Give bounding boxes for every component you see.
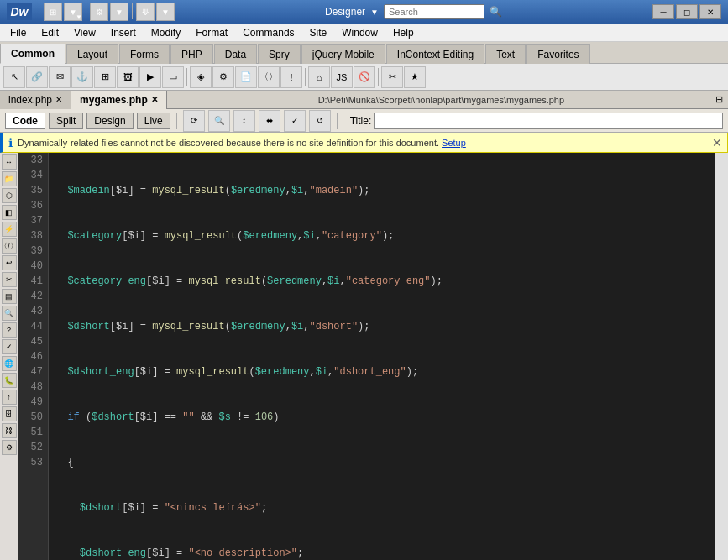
info-bar: ℹ Dynamically-related files cannot not b… [0, 133, 728, 153]
sidebar-icon-db[interactable]: 🗄 [2, 406, 17, 421]
sidebar-icon-behaviors[interactable]: ⚡ [2, 222, 17, 237]
info-link[interactable]: Setup [442, 138, 466, 148]
minimize-button[interactable]: ─ [652, 4, 674, 19]
tab-forms[interactable]: Forms [119, 44, 170, 64]
line-40: 40 [24, 259, 43, 274]
doc-tab-index-close[interactable]: ✕ [55, 95, 62, 104]
icon-head[interactable]: ⌂ [308, 66, 330, 88]
tb-sep-1 [86, 3, 86, 19]
info-close-button[interactable]: ✕ [712, 136, 722, 149]
menu-format[interactable]: Format [189, 25, 234, 40]
icon-hyperlink[interactable]: 🔗 [26, 66, 48, 88]
doc-tab-index[interactable]: index.php ✕ [0, 91, 71, 109]
sidebar-icon-assets[interactable]: ⬡ [2, 188, 17, 203]
icon-noscript[interactable]: 🚫 [354, 66, 375, 88]
icon-tag-chooser[interactable]: 〈〉 [258, 66, 280, 88]
tab-incontext[interactable]: InContext Editing [386, 44, 484, 64]
line-48: 48 [24, 379, 43, 395]
designer-dropdown-icon[interactable]: ▼ [370, 8, 379, 17]
code-line-36: $dshort[$i] = mysql_result($eredmeny,$i,… [55, 319, 708, 334]
titlebar-controls: ─ ◻ ✕ [652, 4, 721, 19]
menu-site[interactable]: Site [303, 25, 334, 40]
tb-icon-2[interactable]: ▼▼ [64, 3, 82, 21]
icon-image[interactable]: 🖼 [117, 66, 139, 88]
line-43: 43 [24, 304, 43, 319]
sidebar-icon-snippets[interactable]: ✂ [2, 272, 17, 287]
view-icon-2[interactable]: 🔍 [208, 110, 230, 132]
view-icon-5[interactable]: ✓ [284, 110, 306, 132]
design-button[interactable]: Design [86, 113, 133, 129]
tab-jquerymobile[interactable]: jQuery Mobile [301, 44, 385, 64]
line-50: 50 [24, 410, 43, 425]
icon-snippet[interactable]: ✂ [381, 66, 403, 88]
sidebar-icon-results[interactable]: ▤ [2, 289, 17, 304]
tab-layout[interactable]: Layout [66, 44, 118, 64]
menu-edit[interactable]: Edit [34, 25, 65, 40]
menu-view[interactable]: View [67, 25, 102, 40]
tab-spry[interactable]: Spry [258, 44, 301, 64]
tb-icon-6[interactable]: ▼ [156, 3, 175, 21]
view-icon-6[interactable]: ↺ [309, 110, 331, 132]
icon-template[interactable]: 📄 [235, 66, 257, 88]
view-icon-4[interactable]: ⬌ [259, 110, 280, 132]
menu-window[interactable]: Window [335, 25, 385, 40]
menu-modify[interactable]: Modify [144, 25, 187, 40]
line-44: 44 [24, 319, 43, 334]
sidebar-icon-files[interactable]: 📁 [2, 171, 17, 186]
icon-construct[interactable]: ⚙ [212, 66, 234, 88]
sidebar-icon-ftp[interactable]: ↑ [2, 390, 17, 405]
icon-anchor[interactable]: ⚓ [71, 66, 93, 88]
sidebar-icon-bindings[interactable]: ⛓ [2, 423, 17, 438]
sidebar-icon-debug[interactable]: 🐛 [2, 373, 17, 388]
tb-icon-1[interactable]: ⊞ [44, 3, 62, 21]
title-input[interactable] [374, 113, 723, 129]
sidebar-icon-valid[interactable]: ✓ [2, 339, 17, 354]
tab-common[interactable]: Common [0, 44, 65, 64]
icon-table[interactable]: ⊞ [94, 66, 116, 88]
icon-email[interactable]: ✉ [49, 66, 71, 88]
menu-commands[interactable]: Commands [236, 25, 301, 40]
restore-button[interactable]: ◻ [676, 4, 698, 19]
icon-div[interactable]: ▭ [162, 66, 184, 88]
icon-spry-widget[interactable]: ◈ [190, 66, 212, 88]
icon-comment[interactable]: ! [280, 66, 302, 88]
icon-pointer[interactable]: ↖ [3, 66, 25, 88]
live-button[interactable]: Live [137, 113, 170, 129]
search-input[interactable] [384, 4, 484, 19]
designer-label: Designer [325, 6, 365, 18]
sidebar-icon-components[interactable]: ⚙ [2, 440, 17, 455]
view-icon-3[interactable]: ↕ [233, 110, 255, 132]
tab-text[interactable]: Text [485, 44, 526, 64]
tab-data[interactable]: Data [214, 44, 257, 64]
line-51: 51 [24, 425, 43, 440]
sidebar-icon-history[interactable]: ↩ [2, 255, 17, 270]
split-button[interactable]: Split [49, 113, 83, 129]
icon-script[interactable]: JS [331, 66, 353, 88]
sidebar-icon-tag[interactable]: 〈/〉 [2, 238, 17, 254]
close-button[interactable]: ✕ [699, 4, 721, 19]
icon-favorite2[interactable]: ★ [404, 66, 426, 88]
icon-media[interactable]: ▶ [139, 66, 161, 88]
code-button[interactable]: Code [5, 113, 45, 129]
tab-php[interactable]: PHP [170, 44, 213, 64]
menu-help[interactable]: Help [386, 25, 421, 40]
tb-icon-5[interactable]: ⟱ [136, 3, 155, 21]
view-icon-1[interactable]: ⟳ [183, 110, 205, 132]
doc-tab-mygames-close[interactable]: ✕ [151, 95, 158, 104]
right-scrollbar[interactable] [715, 153, 728, 560]
sidebar-icon-browser[interactable]: 🌐 [2, 356, 17, 371]
tb-icon-4[interactable]: ▼ [110, 3, 128, 21]
doc-tab-mygames-name: mygames.php [80, 94, 148, 106]
tab-favorites[interactable]: Favorites [526, 44, 589, 64]
code-lines[interactable]: $madein[$i] = mysql_result($eredmeny,$i,… [49, 153, 715, 560]
code-area[interactable]: 33 34 35 36 37 38 39 40 41 42 43 44 45 4… [18, 153, 728, 560]
doc-tab-mygames[interactable]: mygames.php ✕ [71, 91, 167, 109]
menu-file[interactable]: File [3, 25, 33, 40]
menu-insert[interactable]: Insert [104, 25, 143, 40]
sidebar-icon-css[interactable]: ◧ [2, 205, 17, 220]
sidebar-icon-insert[interactable]: ↔ [2, 154, 17, 170]
line-39: 39 [24, 243, 43, 259]
sidebar-icon-search[interactable]: 🔍 [2, 306, 17, 321]
tb-icon-3[interactable]: ⚙ [90, 3, 108, 21]
sidebar-icon-ref[interactable]: ? [2, 322, 17, 338]
